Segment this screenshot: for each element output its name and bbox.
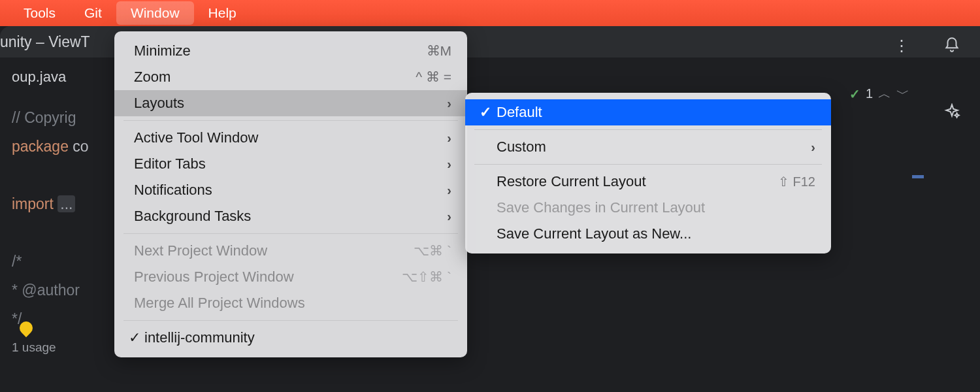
chevron-right-icon: › [447, 131, 451, 146]
code-text: co [69, 138, 89, 155]
chevron-right-icon: › [447, 209, 451, 224]
shortcut-text: ⇧ F12 [778, 174, 815, 189]
check-icon: ✓ [849, 86, 860, 102]
menu-item-project-window[interactable]: ✓intellij-community [114, 325, 467, 351]
menu-item-merge-windows: Merge All Project Windows [114, 290, 467, 316]
code-keyword: package [12, 138, 69, 155]
inspection-count: 1 [866, 86, 873, 101]
chevron-right-icon: › [447, 183, 451, 198]
scrollbar-marker[interactable] [912, 175, 924, 178]
chevron-right-icon: › [811, 140, 815, 155]
menu-separator [474, 164, 822, 165]
layout-item-save-as-new[interactable]: Save Current Layout as New... [465, 221, 831, 247]
bell-icon[interactable] [943, 37, 960, 58]
layout-item-restore[interactable]: Restore Current Layout ⇧ F12 [465, 169, 831, 195]
menu-tools[interactable]: Tools [9, 1, 70, 25]
menu-help[interactable]: Help [194, 1, 251, 25]
menu-item-layouts[interactable]: Layouts › [114, 90, 467, 116]
shortcut-text: ⌘M [427, 43, 452, 59]
menu-item-background-tasks[interactable]: Background Tasks › [114, 203, 467, 229]
layout-item-save-changes: Save Changes in Current Layout [465, 195, 831, 221]
check-icon: ✓ [480, 104, 497, 121]
menu-separator [123, 233, 458, 234]
fold-marker[interactable]: ... [57, 195, 75, 212]
shortcut-text: ^ ⌘ = [416, 69, 451, 85]
menubar: Tools Git Window Help [0, 0, 980, 26]
chevron-right-icon: › [447, 96, 451, 111]
menu-item-next-project-window: Next Project Window ⌥⌘ ` [114, 238, 467, 264]
code-comment: /* [12, 253, 22, 270]
chevron-up-icon[interactable]: ︿ [878, 85, 891, 103]
menu-item-zoom[interactable]: Zoom ^ ⌘ = [114, 64, 467, 90]
kebab-icon[interactable]: ⋮ [894, 37, 909, 55]
chevron-right-icon: › [447, 157, 451, 172]
layout-item-default[interactable]: ✓Default [465, 99, 831, 125]
menu-item-minimize[interactable]: Minimize ⌘M [114, 38, 467, 64]
menu-item-active-tool-window[interactable]: Active Tool Window › [114, 125, 467, 151]
menu-git[interactable]: Git [70, 1, 116, 25]
editor-tab[interactable]: oup.java [0, 69, 78, 86]
menu-item-previous-project-window: Previous Project Window ⌥⇧⌘ ` [114, 264, 467, 290]
menu-separator [123, 320, 458, 321]
layouts-submenu: ✓Default Custom › Restore Current Layout… [465, 93, 831, 253]
layout-item-custom[interactable]: Custom › [465, 134, 831, 160]
chevron-down-icon[interactable]: ﹀ [896, 85, 909, 103]
menu-item-notifications[interactable]: Notifications › [114, 177, 467, 203]
code-comment: * @author [12, 282, 80, 299]
check-icon: ✓ [127, 329, 142, 346]
menu-separator [123, 120, 458, 121]
menu-item-editor-tabs[interactable]: Editor Tabs › [114, 151, 467, 177]
shortcut-text: ⌥⇧⌘ ` [402, 269, 451, 285]
menu-separator [474, 129, 822, 130]
shortcut-text: ⌥⌘ ` [414, 243, 451, 259]
code-keyword: import [12, 195, 54, 212]
window-title-text: unity – ViewT [0, 33, 90, 51]
inspection-widget[interactable]: ✓ 1 ︿ ﹀ [849, 85, 909, 103]
window-menu-dropdown: Minimize ⌘M Zoom ^ ⌘ = Layouts › Active … [114, 31, 467, 357]
menu-window[interactable]: Window [116, 1, 194, 25]
code-comment: // Copyrig [12, 109, 76, 126]
sparkle-icon[interactable] [943, 103, 960, 125]
